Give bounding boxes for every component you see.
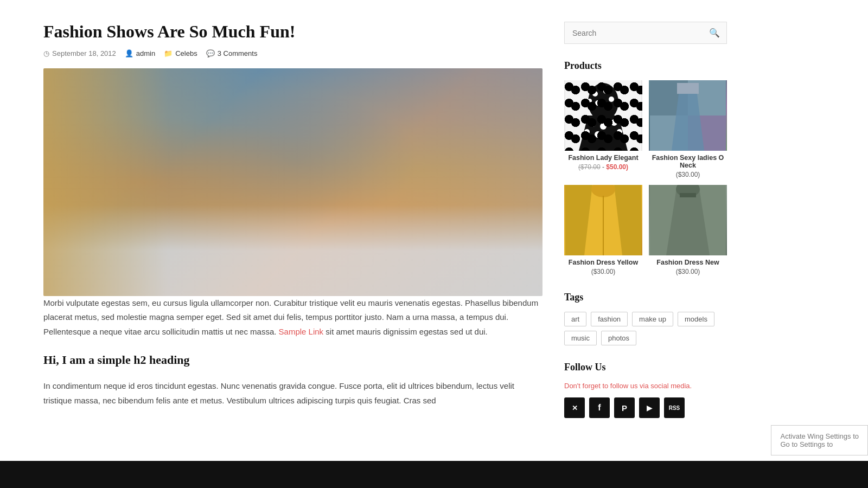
svg-point-10 [600, 123, 607, 130]
tags-list: art fashion make up models music photos [564, 312, 727, 345]
twitter-label: ✕ [572, 404, 578, 412]
activate-line1: Activate Wing Settings to [780, 432, 859, 440]
product-item-2[interactable]: Fashion Dress Yellow ($30.00) [564, 185, 642, 275]
svg-point-1 [588, 83, 618, 121]
tags-section: Tags art fashion make up models music ph… [564, 292, 727, 345]
svg-point-11 [611, 119, 617, 126]
svg-marker-2 [579, 115, 628, 151]
product-image-0 [564, 80, 642, 151]
clock-icon: ◷ [43, 49, 49, 57]
activate-line2: Go to Settings to [780, 440, 859, 445]
tags-title: Tags [564, 292, 727, 303]
search-input[interactable] [565, 23, 703, 43]
post-author-meta: 👤 admin [125, 49, 155, 57]
product-image-1 [649, 80, 727, 151]
follow-desc: Don't forget to follow us via social med… [564, 382, 727, 390]
post-paragraph-2: In condimentum neque id eros tincidunt e… [43, 379, 542, 408]
comment-icon: 💬 [206, 49, 215, 57]
post-body: Morbi vulputate egestas sem, eu cursus l… [43, 296, 542, 408]
sample-link[interactable]: Sample Link [279, 327, 324, 336]
product-svg-1 [649, 80, 727, 151]
product-price-3: ($30.00) [649, 268, 727, 275]
svg-rect-28 [680, 193, 696, 197]
svg-point-3 [592, 91, 598, 97]
svg-point-13 [605, 136, 612, 142]
product-price-sale-2: ($30.00) [591, 268, 616, 275]
product-image-2 [564, 185, 642, 255]
follow-section: Follow Us Don't forget to follow us via … [564, 362, 727, 418]
svg-rect-0 [565, 80, 641, 151]
product-name-0: Fashion Lady Elegant [564, 154, 642, 162]
social-icons: ✕ f P ▶ RSS [564, 397, 727, 418]
post-category[interactable]: Celebs [175, 49, 197, 57]
post-featured-image [43, 68, 542, 296]
svg-point-15 [584, 129, 590, 134]
products-grid: Fashion Lady Elegant ($70.00 - $50.00) [564, 80, 727, 275]
pinterest-label: P [622, 403, 627, 413]
product-item-1[interactable]: Fashion Sexy ladies O Neck ($30.00) [649, 80, 727, 178]
product-svg-0 [564, 80, 642, 151]
product-price-sale-1: ($30.00) [676, 171, 700, 178]
sidebar: 🔍 Products [564, 11, 727, 434]
post-title: Fashion Shows Are So Much Fun! [43, 22, 542, 42]
search-box: 🔍 [564, 22, 727, 44]
svg-point-4 [603, 88, 609, 94]
svg-point-9 [589, 120, 596, 127]
tag-music[interactable]: music [564, 331, 597, 345]
product-image-3 [649, 185, 727, 255]
youtube-icon[interactable]: ▶ [639, 397, 660, 418]
products-title: Products [564, 60, 727, 72]
rss-label: RSS [669, 405, 680, 411]
product-svg-2 [564, 185, 642, 255]
svg-rect-20 [677, 83, 699, 94]
svg-point-14 [617, 129, 622, 134]
post-paragraph-1: Morbi vulputate egestas sem, eu cursus l… [43, 296, 542, 339]
post-date: September 18, 2012 [52, 49, 116, 57]
product-name-2: Fashion Dress Yellow [564, 259, 642, 266]
product-item-3[interactable]: Fashion Dress New ($30.00) [649, 185, 727, 275]
products-section: Products [564, 60, 727, 275]
product-price-0: ($70.00 - $50.00) [564, 163, 642, 171]
svg-point-12 [595, 131, 601, 138]
post-category-meta: 📁 Celebs [164, 49, 197, 57]
product-price-1: ($30.00) [649, 171, 727, 178]
activate-windows-banner: Activate Wing Settings to Go to Settings… [771, 425, 868, 445]
folder-icon: 📁 [164, 49, 173, 57]
svg-point-8 [588, 99, 592, 103]
product-name-1: Fashion Sexy ladies O Neck [649, 154, 727, 169]
svg-point-7 [606, 105, 611, 110]
facebook-icon[interactable]: f [589, 397, 610, 418]
product-price-sale-3: ($30.00) [676, 268, 700, 275]
product-name-3: Fashion Dress New [649, 259, 727, 266]
tag-makeup[interactable]: make up [632, 312, 673, 326]
twitter-icon[interactable]: ✕ [564, 397, 585, 418]
tag-models[interactable]: models [678, 312, 714, 326]
post-comments[interactable]: 3 Comments [218, 49, 258, 57]
post-comments-meta: 💬 3 Comments [206, 49, 258, 57]
svg-point-5 [609, 97, 614, 102]
rss-icon[interactable]: RSS [664, 397, 685, 418]
post-author[interactable]: admin [136, 49, 155, 57]
tag-fashion[interactable]: fashion [591, 312, 628, 326]
post-meta: ◷ September 18, 2012 👤 admin 📁 Celebs 💬 … [43, 49, 542, 57]
pinterest-icon[interactable]: P [614, 397, 635, 418]
search-icon: 🔍 [709, 28, 720, 37]
product-price-2: ($30.00) [564, 268, 642, 275]
tag-art[interactable]: art [564, 312, 586, 326]
product-svg-3 [649, 185, 727, 255]
youtube-label: ▶ [647, 404, 652, 412]
post-date-meta: ◷ September 18, 2012 [43, 49, 116, 57]
person-icon: 👤 [125, 49, 133, 57]
svg-point-6 [595, 100, 601, 106]
product-price-original-0: ($70.00 [578, 163, 601, 171]
facebook-label: f [598, 403, 601, 413]
follow-title: Follow Us [564, 362, 727, 373]
product-price-sale-0: $50.00) [606, 163, 628, 171]
post-h2-heading: Hi, I am a simple h2 heading [43, 350, 542, 371]
search-button[interactable]: 🔍 [703, 22, 726, 43]
post-text-1-end: sit amet mauris dignissim egestas sed ut… [326, 327, 487, 336]
tag-photos[interactable]: photos [601, 331, 636, 345]
main-content: Fashion Shows Are So Much Fun! ◷ Septemb… [43, 11, 542, 434]
product-item-0[interactable]: Fashion Lady Elegant ($70.00 - $50.00) [564, 80, 642, 178]
